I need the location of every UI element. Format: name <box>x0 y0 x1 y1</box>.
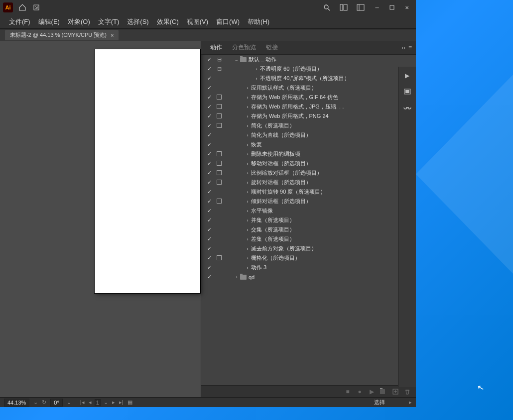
rotate-view-icon[interactable]: ↻ <box>42 399 46 406</box>
action-toggle-check-icon[interactable]: ✓ <box>204 94 214 101</box>
action-row[interactable]: ✓›应用默认样式（所选项目） <box>201 83 416 93</box>
panel-collapse-icon[interactable]: ›› <box>401 44 405 51</box>
chevron-right-icon[interactable]: › <box>254 67 259 72</box>
chevron-right-icon[interactable]: › <box>245 171 250 176</box>
chevron-right-icon[interactable]: › <box>245 227 250 232</box>
action-row[interactable]: ✓›不透明度 40,"屏幕"模式（所选项目） <box>201 74 416 83</box>
chevron-right-icon[interactable]: › <box>245 246 250 251</box>
chevron-right-icon[interactable]: › <box>245 237 250 242</box>
menu-type[interactable]: 文字(T) <box>94 17 124 26</box>
action-toggle-check-icon[interactable]: ✓ <box>204 122 214 129</box>
chevron-right-icon[interactable]: › <box>245 133 250 138</box>
last-artboard-icon[interactable]: ▸| <box>118 399 125 406</box>
angle-field[interactable]: 0° <box>50 399 63 407</box>
zoom-field[interactable]: 44.13% <box>4 399 29 407</box>
menu-select[interactable]: 选择(S) <box>123 17 152 26</box>
action-toggle-check-icon[interactable]: ✓ <box>204 170 214 176</box>
chevron-right-icon[interactable]: › <box>245 209 250 213</box>
panel-tab-links[interactable]: 链接 <box>261 43 283 52</box>
action-row[interactable]: ✓›qd <box>201 272 416 282</box>
action-toggle-check-icon[interactable]: ✓ <box>204 179 214 186</box>
panel-tab-separation-preview[interactable]: 分色预览 <box>227 43 261 52</box>
menu-edit[interactable]: 编辑(E) <box>34 17 64 26</box>
chevron-right-icon[interactable]: › <box>245 123 250 128</box>
menu-window[interactable]: 窗口(W) <box>212 17 244 26</box>
action-toggle-check-icon[interactable]: ✓ <box>204 208 214 214</box>
action-dialog-toggle-icon[interactable] <box>214 95 224 101</box>
action-toggle-check-icon[interactable]: ✓ <box>204 104 214 110</box>
action-dialog-toggle-icon[interactable] <box>214 151 224 157</box>
action-dialog-toggle-icon[interactable]: ⊟ <box>214 56 224 63</box>
chevron-right-icon[interactable]: › <box>245 265 250 270</box>
chevron-right-icon[interactable]: › <box>245 142 250 147</box>
action-row[interactable]: ✓›减去前方对象（所选项目） <box>201 244 416 253</box>
action-row[interactable]: ✓›简化（所选项目） <box>201 121 416 130</box>
action-dialog-toggle-icon[interactable] <box>214 255 224 261</box>
prev-artboard-icon[interactable]: ◂ <box>88 399 93 406</box>
action-dialog-toggle-icon[interactable] <box>214 123 224 129</box>
action-dialog-toggle-icon[interactable] <box>214 170 224 176</box>
action-row[interactable]: ✓⊟⌄默认 _ 动作 <box>201 55 416 64</box>
action-dialog-toggle-icon[interactable] <box>214 180 224 186</box>
close-button[interactable]: ✕ <box>401 3 413 12</box>
play-icon[interactable]: ▶ <box>368 388 375 395</box>
action-row[interactable]: ✓›顺时针旋转 90 度（所选项目） <box>201 187 416 197</box>
new-set-icon[interactable] <box>380 388 387 395</box>
action-toggle-check-icon[interactable]: ✓ <box>204 226 214 233</box>
canvas-area[interactable] <box>0 41 201 397</box>
action-toggle-check-icon[interactable]: ✓ <box>204 274 214 280</box>
share-icon[interactable] <box>31 2 42 13</box>
action-row[interactable]: ✓›交集（所选项目） <box>201 225 416 234</box>
action-toggle-check-icon[interactable]: ✓ <box>204 189 214 195</box>
search-icon[interactable] <box>321 2 332 13</box>
chevron-right-icon[interactable]: › <box>245 256 250 261</box>
action-row[interactable]: ✓›差集（所选项目） <box>201 234 416 244</box>
action-row[interactable]: ✓›简化为直线（所选项目） <box>201 130 416 140</box>
action-toggle-check-icon[interactable]: ✓ <box>204 75 214 82</box>
chevron-right-icon[interactable]: › <box>245 199 250 204</box>
action-toggle-check-icon[interactable]: ✓ <box>204 255 214 261</box>
action-row[interactable]: ✓›并集（所选项目） <box>201 215 416 225</box>
home-icon[interactable] <box>17 2 28 13</box>
action-toggle-check-icon[interactable]: ✓ <box>204 151 214 157</box>
arrange-docs-icon[interactable] <box>355 2 366 13</box>
chevron-down-icon[interactable]: ⌄ <box>234 57 239 62</box>
action-toggle-check-icon[interactable]: ✓ <box>204 66 214 72</box>
chevron-right-icon[interactable]: › <box>245 161 250 166</box>
delete-icon[interactable] <box>404 388 411 395</box>
record-icon[interactable]: ● <box>356 388 363 395</box>
zoom-dropdown-icon[interactable]: ⌄ <box>33 399 38 406</box>
action-row[interactable]: ✓⊟›不透明度 60（所选项目） <box>201 64 416 74</box>
artboard-number-field[interactable]: 1 <box>95 399 101 406</box>
workspace-switcher-icon[interactable] <box>338 2 349 13</box>
action-toggle-check-icon[interactable]: ✓ <box>204 217 214 223</box>
menu-object[interactable]: 对象(O) <box>64 17 94 26</box>
maximize-button[interactable] <box>386 3 398 12</box>
action-row[interactable]: ✓›删除未使用的调板项 <box>201 149 416 159</box>
properties-play-icon[interactable]: ▶ <box>402 71 412 81</box>
chevron-right-icon[interactable]: › <box>245 114 250 119</box>
action-toggle-check-icon[interactable]: ✓ <box>204 85 214 91</box>
action-row[interactable]: ✓›水平镜像 <box>201 206 416 215</box>
chevron-right-icon[interactable]: › <box>245 86 250 91</box>
action-toggle-check-icon[interactable]: ✓ <box>204 236 214 242</box>
action-toggle-check-icon[interactable]: ✓ <box>204 264 214 271</box>
action-row[interactable]: ✓›移动对话框（所选项目） <box>201 159 416 168</box>
action-row[interactable]: ✓›旋转对话框（所选项目） <box>201 178 416 187</box>
next-artboard-icon[interactable]: ▸ <box>111 399 116 406</box>
action-row[interactable]: ✓›恢复 <box>201 140 416 149</box>
action-row[interactable]: ✓›比例缩放对话框（所选项目） <box>201 168 416 178</box>
artboard-dropdown-icon[interactable]: ⌄ <box>103 399 109 406</box>
action-dialog-toggle-icon[interactable] <box>214 113 224 119</box>
action-toggle-check-icon[interactable]: ✓ <box>204 56 214 63</box>
new-action-icon[interactable] <box>392 388 399 395</box>
chevron-right-icon[interactable]: › <box>245 95 250 100</box>
action-toggle-check-icon[interactable]: ✓ <box>204 141 214 148</box>
chevron-right-icon[interactable]: › <box>245 190 250 195</box>
action-row[interactable]: ✓›存储为 Web 所用格式，GIF 64 仿色 <box>201 93 416 102</box>
action-toggle-check-icon[interactable]: ✓ <box>204 160 214 167</box>
action-dialog-toggle-icon[interactable]: ⊟ <box>214 66 224 72</box>
chevron-right-icon[interactable]: › <box>245 180 250 185</box>
chevron-right-icon[interactable]: › <box>254 76 259 81</box>
stop-icon[interactable]: ■ <box>344 388 351 395</box>
